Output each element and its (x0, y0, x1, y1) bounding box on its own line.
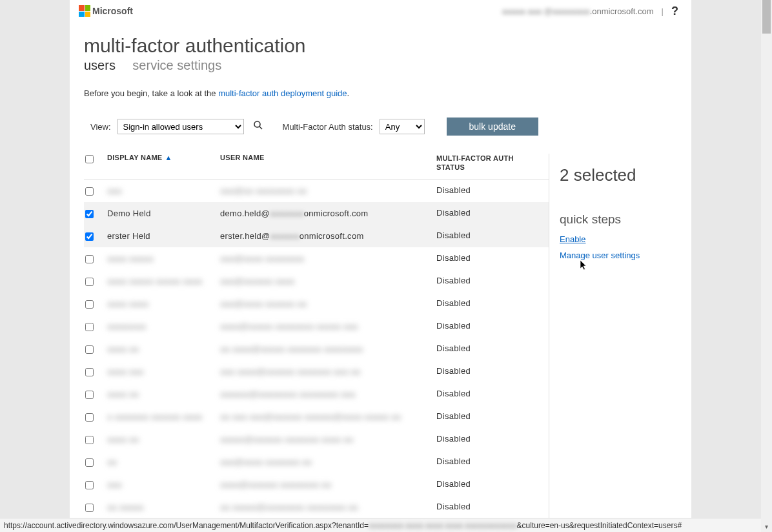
row-checkbox-cell (85, 254, 107, 263)
search-icon[interactable] (253, 120, 263, 133)
column-user-name[interactable]: USER NAME (220, 154, 436, 161)
mfa-status-select[interactable]: Any (380, 119, 425, 134)
mfa-status-cell: Disabled (436, 343, 540, 354)
display-name-cell: aaaa aaaa (107, 299, 220, 309)
mfa-status-label: Multi-Factor Auth status: (283, 122, 373, 132)
row-checkbox[interactable] (85, 323, 94, 331)
display-name-cell: aaaa aaa (107, 367, 220, 376)
table-row[interactable]: aa aaaaaaa aaaaa@aaaaaaaa aaaaaaaa aaDis… (84, 496, 549, 518)
row-checkbox[interactable] (85, 413, 94, 422)
display-name-cell: a aaaaaaa aaaaaa aaaa (107, 412, 220, 422)
browser-status-bar: https://account.activedirectory.windowsa… (0, 518, 761, 532)
user-name-cell: aaaaaa@aaaaaaaa aaaaaaaa aaa (220, 389, 436, 399)
row-checkbox-cell (85, 480, 107, 489)
scroll-down-icon[interactable]: ▾ (761, 521, 772, 532)
display-name-cell: aaaa aa (107, 389, 220, 399)
row-checkbox-cell (85, 502, 107, 512)
display-name-cell: aa (107, 457, 220, 467)
tab-service-settings[interactable]: service settings (132, 58, 221, 72)
table-row[interactable]: Demo Helddemo.held@aaaaaaaonmicrosoft.co… (84, 202, 549, 225)
row-checkbox[interactable] (85, 210, 94, 218)
table-row[interactable]: a aaaaaaa aaaaaa aaaaaa aaa aaa@aaaaaa a… (84, 405, 549, 428)
row-checkbox-cell (85, 344, 107, 354)
table-row[interactable]: aaaa aaaaaaa@aaaa aaaaaa aaDisabled (84, 292, 549, 315)
user-name-cell: aaa@aaaa aaaaaa aa (220, 299, 436, 309)
row-checkbox[interactable] (85, 368, 94, 376)
tab-users[interactable]: users (84, 58, 116, 72)
mfa-status-cell: Disabled (436, 230, 540, 241)
user-name-cell: aaa aaaa@aaaaaa aaaaaaa aaa aa (220, 367, 436, 376)
row-checkbox[interactable] (85, 436, 94, 444)
vertical-scrollbar[interactable]: ▾ (761, 0, 772, 532)
table-row[interactable]: aaaa aaaaaa aaaa@aaaaaa aaaaaaa aaa aaDi… (84, 360, 549, 383)
row-checkbox-cell (85, 276, 107, 286)
row-checkbox[interactable] (85, 187, 94, 196)
row-checkbox[interactable] (85, 278, 94, 286)
scrollbar-thumb[interactable] (762, 0, 771, 34)
display-name-cell: aaaa aaaaa aaaaa aaaa (107, 276, 220, 286)
manage-user-settings-link[interactable]: Manage user settings (560, 251, 677, 260)
enable-link[interactable]: Enable (560, 234, 677, 244)
deployment-guide-link[interactable]: multi-factor auth deployment guide (218, 88, 347, 98)
table-row[interactable]: aaaaaa@aa aaaaaaaa aaDisabled (84, 179, 549, 202)
table-wrap: DISPLAY NAME ▲ USER NAME MULTI-FACTOR AU… (84, 154, 677, 518)
select-all-checkbox[interactable] (85, 155, 94, 163)
table-row[interactable]: aaaa aaaaa aaaaa aaaaaaa@aaaaaa aaaaDisa… (84, 270, 549, 292)
row-checkbox[interactable] (85, 232, 94, 241)
user-name-cell: aaa@aaaaaa aaaa (220, 276, 436, 286)
users-table: DISPLAY NAME ▲ USER NAME MULTI-FACTOR AU… (84, 154, 549, 518)
mfa-status-cell: Disabled (436, 366, 540, 377)
mfa-status-cell: Disabled (436, 479, 540, 490)
selection-count: 2 selected (560, 165, 677, 185)
table-row[interactable]: aaaaaaa@aaaaaa aaaaaaaa aaDisabled (84, 473, 549, 496)
user-name-cell: aaaa@aaaaa aaaaaaaa aaaaa aaa (220, 322, 436, 331)
row-checkbox-cell (85, 435, 107, 444)
header-bar: Microsoft aaaaa aaa @aaaaaaaa.onmicrosof… (70, 0, 691, 22)
table-row[interactable]: aaaaaaaaaaaa@aaaaa aaaaaaaa aaaaa aaaDis… (84, 315, 549, 338)
row-checkbox[interactable] (85, 458, 94, 467)
mfa-status-cell: Disabled (436, 502, 540, 513)
intro-text: Before you begin, take a look at the mul… (84, 88, 677, 98)
table-row[interactable]: aaaaa@aaaa aaaaaaa aaDisabled (84, 451, 549, 473)
row-checkbox[interactable] (85, 504, 94, 512)
table-row[interactable]: aaaa aaaaaaaa@aaaa aaaaaaaaDisabled (84, 247, 549, 270)
header-separator: | (662, 6, 664, 16)
row-checkbox[interactable] (85, 345, 94, 354)
bulk-update-button[interactable]: bulk update (447, 118, 538, 136)
view-label: View: (90, 122, 111, 132)
mfa-status-cell: Disabled (436, 411, 540, 422)
column-mfa-status[interactable]: MULTI-FACTOR AUTH STATUS (436, 154, 540, 172)
user-name-cell: aaa@aaaa aaaaaaa aa (220, 457, 436, 467)
mfa-status-cell: Disabled (436, 321, 540, 332)
display-name-cell: aaaa aa (107, 344, 220, 354)
display-name-cell: aaaa aaaaa (107, 254, 220, 263)
user-name-cell: aaaaa@aaaaaa aaaaaaa aaaa aa (220, 435, 436, 444)
row-checkbox-cell (85, 231, 107, 241)
user-name-cell: aaa@aa aaaaaaaa aa (220, 186, 436, 196)
user-name-cell: erster.held@aaaaaaonmicrosoft.com (220, 231, 436, 241)
content-area: multi-factor authentication users servic… (70, 22, 691, 518)
tabs: users service settings (84, 58, 677, 73)
row-checkbox-cell (85, 209, 107, 218)
mfa-status-cell: Disabled (436, 298, 540, 309)
table-row[interactable]: aaaa aaaaaaaa@aaaaaaaa aaaaaaaa aaaDisab… (84, 383, 549, 405)
mfa-status-cell: Disabled (436, 253, 540, 264)
display-name-cell: aa aaaaa (107, 502, 220, 512)
row-checkbox[interactable] (85, 481, 94, 489)
svg-point-0 (254, 121, 260, 127)
table-row[interactable]: erster Helderster.held@aaaaaaonmicrosoft… (84, 225, 549, 247)
row-checkbox[interactable] (85, 255, 94, 263)
main-window: Microsoft aaaaa aaa @aaaaaaaa.onmicrosof… (70, 0, 691, 532)
microsoft-logo-icon (79, 5, 90, 17)
table-row[interactable]: aaaa aaaaaaa@aaaaaa aaaaaaa aaaa aaDisab… (84, 428, 549, 451)
help-icon[interactable]: ? (671, 5, 678, 18)
user-name-cell: aa aaaaa@aaaaaaaa aaaaaaaa aa (220, 502, 436, 512)
column-display-name[interactable]: DISPLAY NAME ▲ (107, 154, 220, 161)
mfa-status-cell: Disabled (436, 389, 540, 400)
row-checkbox-cell (85, 299, 107, 309)
row-checkbox[interactable] (85, 300, 94, 309)
view-select[interactable]: Sign-in allowed users (117, 119, 244, 134)
table-row[interactable]: aaaa aaaa aaaa@aaaaa aaaaaaa aaaaaaaaDis… (84, 338, 549, 360)
table-body: aaaaaa@aa aaaaaaaa aaDisabledDemo Heldde… (84, 179, 549, 518)
row-checkbox[interactable] (85, 391, 94, 399)
